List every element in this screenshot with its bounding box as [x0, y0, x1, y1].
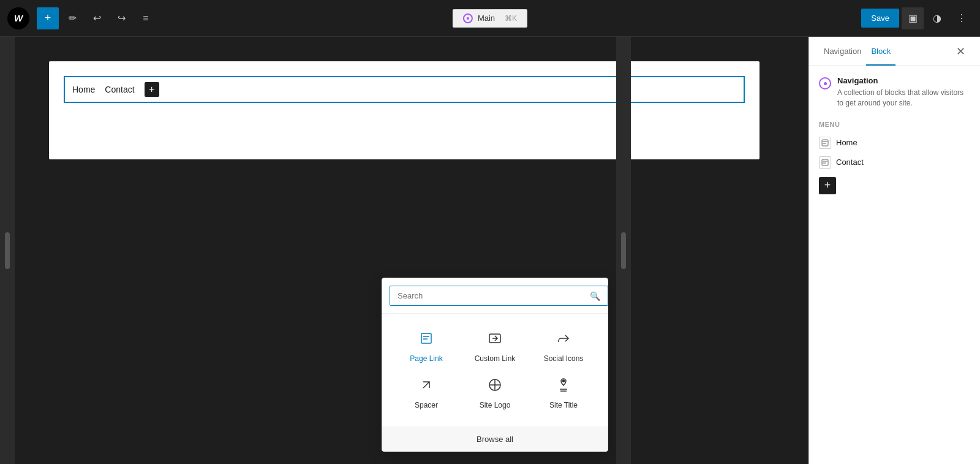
block-title: Navigation — [837, 76, 970, 85]
block-info: Navigation A collection of blocks that a… — [819, 76, 970, 108]
menu-section: Menu Home — [819, 121, 970, 194]
tab-navigation[interactable]: Navigation — [819, 38, 866, 66]
svg-rect-11 — [822, 159, 828, 165]
right-sidebar: Navigation Block ✕ Navigation A collecti… — [809, 37, 980, 464]
view-icon: ▣ — [908, 12, 918, 24]
block-info-text: Navigation A collection of blocks that a… — [837, 76, 970, 108]
site-logo-label: Site Logo — [480, 401, 511, 409]
add-icon: + — [45, 12, 51, 25]
main-area: Home Contact + 🔍 — [0, 37, 980, 464]
block-picker-item-page-link[interactable]: Page Link — [392, 324, 461, 370]
custom-link-icon — [488, 331, 502, 349]
svg-point-7 — [563, 380, 565, 382]
menu-section-label: Menu — [819, 121, 970, 128]
undo-icon: ↩ — [93, 12, 101, 24]
wordpress-logo[interactable]: W — [7, 7, 29, 29]
toolbar: W + ✏ ↩ ↪ ≡ Main ⌘K Save ▣ ◑ — [0, 0, 980, 37]
view-toggle-button[interactable]: ▣ — [902, 7, 924, 29]
save-button[interactable]: Save — [861, 9, 899, 28]
menu-add-icon: + — [824, 179, 831, 192]
canvas-content: Home Contact + — [49, 61, 760, 159]
custom-link-label: Custom Link — [475, 354, 516, 363]
more-icon: ⋮ — [957, 12, 967, 24]
block-picker-item-site-logo[interactable]: Site Logo — [461, 370, 529, 417]
scroll-handle-left — [5, 232, 10, 269]
scroll-left[interactable] — [0, 37, 15, 464]
scroll-handle-right — [621, 232, 626, 269]
page-link-label: Page Link — [410, 354, 442, 363]
home-page-icon — [819, 137, 831, 149]
contrast-icon: ◑ — [933, 12, 941, 24]
scroll-right[interactable] — [616, 37, 631, 464]
menu-item-contact[interactable]: Contact — [819, 153, 970, 172]
pencil-icon: ✏ — [69, 12, 77, 24]
contact-page-icon — [819, 156, 831, 169]
contrast-button[interactable]: ◑ — [926, 7, 948, 29]
spacer-label: Spacer — [415, 401, 438, 409]
block-picker-search-area: 🔍 — [382, 278, 608, 314]
nav-item-contact[interactable]: Contact — [105, 85, 134, 94]
more-options-button[interactable]: ⋮ — [951, 7, 973, 29]
canvas-area: Home Contact + 🔍 — [0, 37, 809, 464]
wp-logo-text: W — [14, 13, 23, 23]
block-picker-grid: Page Link Custom Link — [382, 314, 608, 427]
undo-button[interactable]: ↩ — [86, 7, 108, 29]
toolbar-right: Save ▣ ◑ ⋮ — [861, 7, 973, 29]
svg-line-4 — [423, 382, 429, 388]
site-logo-icon — [488, 378, 502, 396]
block-picker-item-custom-link[interactable]: Custom Link — [461, 324, 529, 370]
site-title-icon — [556, 378, 571, 396]
view-main-button[interactable]: Main ⌘K — [453, 9, 527, 28]
block-picker-item-spacer[interactable]: Spacer — [392, 370, 461, 417]
site-title-label: Site Title — [549, 401, 578, 409]
list-icon: ≡ — [143, 13, 148, 24]
sidebar-tabs: Navigation Block ✕ — [809, 37, 980, 66]
block-description: A collection of blocks that allow visito… — [837, 88, 970, 108]
redo-icon: ↪ — [118, 12, 126, 24]
menu-add-button[interactable]: + — [819, 177, 836, 194]
redo-button[interactable]: ↪ — [110, 7, 132, 29]
block-picker-popup: 🔍 Page Link — [382, 278, 608, 452]
toolbar-center: Main ⌘K — [453, 9, 527, 28]
sidebar-body: Navigation A collection of blocks that a… — [809, 66, 980, 464]
home-menu-label: Home — [836, 138, 858, 147]
sidebar-close-button[interactable]: ✕ — [951, 42, 970, 61]
contact-menu-label: Contact — [836, 158, 864, 167]
search-icon: 🔍 — [590, 291, 600, 301]
block-picker-item-social-icons[interactable]: Social Icons — [529, 324, 598, 370]
svg-rect-8 — [822, 140, 828, 146]
block-search-button[interactable]: 🔍 — [590, 291, 600, 301]
social-icons-icon — [556, 331, 571, 349]
spacer-icon — [419, 378, 434, 396]
svg-rect-0 — [421, 333, 431, 343]
navigation-block-icon — [819, 77, 831, 89]
nav-add-button[interactable]: + — [145, 82, 159, 97]
tools-button[interactable]: ✏ — [61, 7, 83, 29]
list-view-button[interactable]: ≡ — [135, 7, 157, 29]
menu-item-home[interactable]: Home — [819, 133, 970, 153]
add-block-button[interactable]: + — [37, 7, 59, 29]
block-picker-item-site-title[interactable]: Site Title — [529, 370, 598, 417]
nav-add-icon: + — [149, 84, 154, 95]
navigation-block[interactable]: Home Contact + — [64, 76, 745, 103]
block-search-input[interactable] — [390, 286, 608, 306]
tab-block[interactable]: Block — [866, 38, 895, 66]
main-label: Main — [478, 13, 495, 23]
social-icons-label: Social Icons — [544, 354, 584, 363]
shortcut-label: ⌘K — [505, 14, 517, 23]
browse-all-button[interactable]: Browse all — [382, 427, 608, 451]
nav-item-home[interactable]: Home — [72, 85, 95, 94]
main-circle-icon — [463, 13, 473, 23]
page-link-icon — [419, 331, 434, 349]
